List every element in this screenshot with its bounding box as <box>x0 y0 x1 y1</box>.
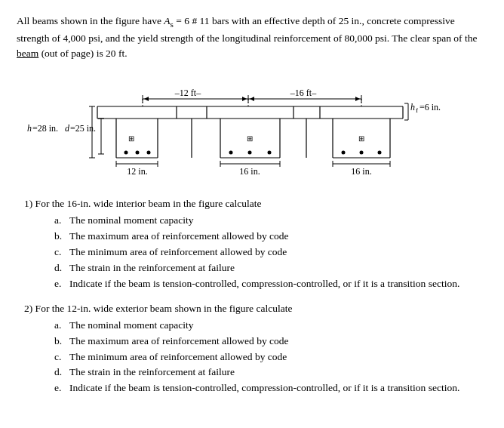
q1-item-b: b. The maximum area of reinforcement all… <box>54 229 487 245</box>
svg-point-47 <box>378 151 382 155</box>
q1-text-e: Indicate if the beam is tension-controll… <box>69 276 459 292</box>
svg-point-33 <box>248 151 252 155</box>
question-2-title: 2) For the 12-in. wide exterior beam sho… <box>24 303 487 315</box>
q2-item-c: c. The minimum area of reinforcement all… <box>54 349 487 365</box>
h-label: h <box>27 123 32 134</box>
q2-letter-e: e. <box>54 380 65 396</box>
question-1-title: 1) For the 16-in. wide interior beam in … <box>24 198 487 210</box>
question-2-block: 2) For the 12-in. wide exterior beam sho… <box>24 303 487 397</box>
q2-item-a: a. The nominal moment capacity <box>54 318 487 334</box>
q1-letter-d: d. <box>54 260 65 276</box>
dim-16in-right-label: 16 in. <box>351 166 371 177</box>
q2-text-d: The strain in the reinforcement at failu… <box>69 365 235 380</box>
h-value: =28 in. <box>32 123 58 134</box>
q2-letter-b: b. <box>54 334 65 349</box>
q1-text-a: The nominal moment capacity <box>69 213 194 229</box>
question-1-block: 1) For the 16-in. wide interior beam in … <box>24 198 487 292</box>
structural-figure: –12 ft– –16 ft– h f =6 in. h =28 in. d =… <box>26 75 478 184</box>
q2-text-e: Indicate if the beam is tension-controll… <box>69 380 459 396</box>
svg-point-34 <box>268 151 272 155</box>
question-1-list: a. The nominal moment capacity b. The ma… <box>24 213 487 292</box>
svg-marker-4 <box>242 97 247 101</box>
svg-point-32 <box>229 151 233 155</box>
q2-item-e: e. Indicate if the beam is tension-contr… <box>54 380 487 396</box>
dim-12ft-label: –12 ft– <box>174 88 201 98</box>
stirrup-left: ⊞ <box>128 134 134 143</box>
intro-paragraph: All beams shown in the figure have As = … <box>17 14 487 61</box>
q2-letter-a: a. <box>54 318 65 334</box>
q1-text-d: The strain in the reinforcement at failu… <box>69 260 235 276</box>
svg-point-20 <box>136 151 140 155</box>
stirrup-right: ⊞ <box>358 134 364 143</box>
figure-container: –12 ft– –16 ft– h f =6 in. h =28 in. d =… <box>17 75 487 184</box>
q2-text-c: The minimum area of reinforcement allowe… <box>69 349 287 365</box>
q1-letter-e: e. <box>54 276 65 292</box>
q1-item-c: c. The minimum area of reinforcement all… <box>54 245 487 260</box>
q2-letter-c: c. <box>54 349 65 365</box>
q1-item-e: e. Indicate if the beam is tension-contr… <box>54 276 487 292</box>
d-label: d <box>65 123 70 134</box>
q1-text-b: The maximum area of reinforcement allowe… <box>69 229 289 245</box>
dim-16in-center-label: 16 in. <box>239 166 260 177</box>
svg-point-21 <box>147 151 151 155</box>
q2-item-b: b. The maximum area of reinforcement all… <box>54 334 487 349</box>
q1-letter-c: c. <box>54 245 65 260</box>
q1-item-a: a. The nominal moment capacity <box>54 213 487 229</box>
questions-section: 1) For the 16-in. wide interior beam in … <box>17 198 487 396</box>
svg-marker-3 <box>144 97 149 101</box>
dim-16ft-label: –16 ft– <box>290 88 317 98</box>
svg-point-45 <box>342 151 346 155</box>
q1-letter-b: b. <box>54 229 65 245</box>
q1-letter-a: a. <box>54 213 65 229</box>
q2-letter-d: d. <box>54 365 65 380</box>
q2-item-d: d. The strain in the reinforcement at fa… <box>54 365 487 380</box>
stirrup-center: ⊞ <box>247 134 253 143</box>
svg-marker-7 <box>250 97 254 101</box>
svg-point-46 <box>360 151 364 155</box>
q1-text-c: The minimum area of reinforcement allowe… <box>69 245 287 260</box>
hf-value: =6 in. <box>419 102 441 112</box>
q2-text-b: The maximum area of reinforcement allowe… <box>69 334 289 349</box>
svg-point-19 <box>124 151 128 155</box>
hf-subscript: f <box>416 106 418 114</box>
hf-label: h <box>410 102 415 112</box>
q1-item-d: d. The strain in the reinforcement at fa… <box>54 260 487 276</box>
svg-marker-8 <box>355 97 360 101</box>
q2-text-a: The nominal moment capacity <box>69 318 194 334</box>
dim-12in-label: 12 in. <box>127 166 147 177</box>
question-2-list: a. The nominal moment capacity b. The ma… <box>24 318 487 397</box>
